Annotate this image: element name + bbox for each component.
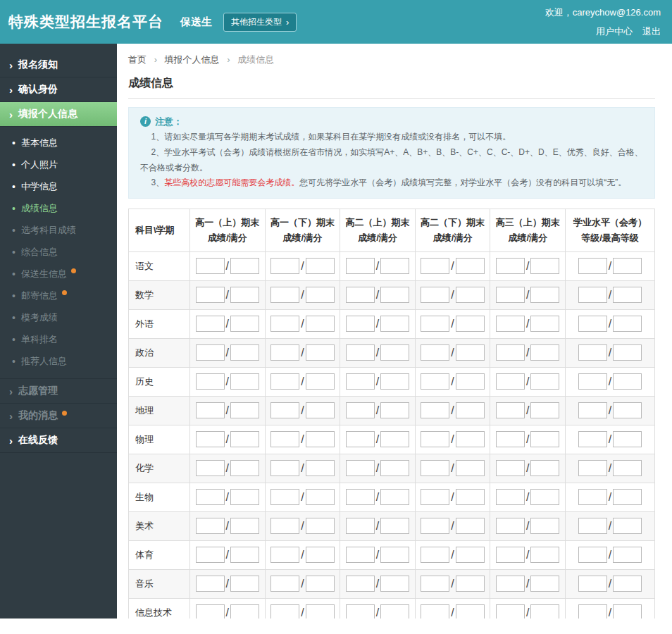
fullscore-input[interactable]	[230, 547, 259, 563]
fullscore-input[interactable]	[230, 431, 259, 447]
score-input[interactable]	[578, 604, 607, 619]
sidebar-item[interactable]: •基本信息	[0, 132, 117, 154]
score-input[interactable]	[496, 287, 525, 303]
score-input[interactable]	[421, 547, 449, 563]
score-input[interactable]	[346, 431, 375, 447]
breadcrumb-personal-info-link[interactable]: 填报个人信息	[165, 54, 220, 65]
sidebar-item[interactable]: •选考科目成绩	[0, 219, 117, 241]
score-input[interactable]	[346, 316, 375, 332]
score-input[interactable]	[270, 518, 299, 534]
sidebar-item[interactable]: •成绩信息	[0, 197, 117, 219]
score-input[interactable]	[421, 489, 449, 505]
score-input[interactable]	[196, 287, 225, 303]
fullscore-input[interactable]	[380, 316, 409, 332]
score-input[interactable]	[196, 402, 225, 418]
fullscore-input[interactable]	[380, 576, 409, 592]
score-input[interactable]	[196, 258, 225, 274]
score-input[interactable]	[578, 373, 607, 390]
fullscore-input[interactable]	[530, 547, 559, 563]
score-input[interactable]	[270, 373, 299, 390]
fullscore-input[interactable]	[613, 287, 642, 303]
fullscore-input[interactable]	[456, 518, 485, 534]
fullscore-input[interactable]	[306, 431, 335, 447]
score-input[interactable]	[196, 431, 225, 447]
fullscore-input[interactable]	[613, 489, 642, 505]
fullscore-input[interactable]	[380, 489, 409, 505]
fullscore-input[interactable]	[456, 316, 485, 332]
score-input[interactable]	[270, 344, 299, 361]
fullscore-input[interactable]	[456, 460, 485, 476]
score-input[interactable]	[578, 460, 607, 476]
score-input[interactable]	[496, 460, 525, 476]
fullscore-input[interactable]	[306, 287, 335, 303]
fullscore-input[interactable]	[530, 489, 559, 505]
breadcrumb-home-link[interactable]: 首页	[128, 54, 147, 65]
fullscore-input[interactable]	[530, 287, 559, 303]
sidebar-item[interactable]: ›填报个人信息	[0, 102, 117, 127]
score-input[interactable]	[270, 489, 299, 505]
fullscore-input[interactable]	[380, 460, 409, 476]
fullscore-input[interactable]	[380, 431, 409, 447]
fullscore-input[interactable]	[613, 258, 642, 274]
fullscore-input[interactable]	[306, 373, 335, 390]
fullscore-input[interactable]	[530, 402, 559, 418]
fullscore-input[interactable]	[306, 316, 335, 332]
score-input[interactable]	[578, 344, 607, 361]
fullscore-input[interactable]	[530, 604, 559, 619]
fullscore-input[interactable]	[613, 518, 642, 534]
sidebar-item[interactable]: •个人照片	[0, 154, 117, 175]
fullscore-input[interactable]	[530, 344, 559, 361]
score-input[interactable]	[346, 258, 375, 274]
fullscore-input[interactable]	[306, 460, 335, 476]
score-input[interactable]	[346, 460, 375, 476]
score-input[interactable]	[578, 518, 607, 534]
score-input[interactable]	[196, 576, 225, 592]
score-input[interactable]	[421, 258, 449, 274]
score-input[interactable]	[421, 460, 449, 476]
fullscore-input[interactable]	[230, 518, 259, 534]
score-input[interactable]	[346, 344, 375, 361]
score-input[interactable]	[496, 373, 525, 390]
score-input[interactable]	[421, 373, 449, 390]
score-input[interactable]	[578, 316, 607, 332]
score-input[interactable]	[496, 344, 525, 361]
fullscore-input[interactable]	[456, 604, 485, 619]
fullscore-input[interactable]	[456, 373, 485, 390]
score-input[interactable]	[270, 547, 299, 563]
score-input[interactable]	[496, 258, 525, 274]
fullscore-input[interactable]	[230, 576, 259, 592]
score-input[interactable]	[578, 402, 607, 418]
fullscore-input[interactable]	[230, 287, 259, 303]
sidebar-item[interactable]: ›确认身份	[0, 77, 117, 102]
fullscore-input[interactable]	[306, 489, 335, 505]
fullscore-input[interactable]	[380, 258, 409, 274]
score-input[interactable]	[270, 287, 299, 303]
sidebar-item[interactable]: •综合信息	[0, 241, 117, 263]
fullscore-input[interactable]	[613, 316, 642, 332]
fullscore-input[interactable]	[613, 460, 642, 476]
score-input[interactable]	[578, 489, 607, 505]
score-input[interactable]	[270, 258, 299, 274]
fullscore-input[interactable]	[230, 604, 259, 619]
fullscore-input[interactable]	[306, 518, 335, 534]
fullscore-input[interactable]	[380, 604, 409, 619]
score-input[interactable]	[496, 518, 525, 534]
score-input[interactable]	[496, 402, 525, 418]
sidebar-item[interactable]: •保送生信息	[0, 263, 117, 285]
score-input[interactable]	[270, 604, 299, 619]
fullscore-input[interactable]	[613, 373, 642, 390]
score-input[interactable]	[421, 316, 449, 332]
fullscore-input[interactable]	[380, 402, 409, 418]
sidebar-item[interactable]: •中学信息	[0, 175, 117, 197]
score-input[interactable]	[421, 431, 449, 447]
fullscore-input[interactable]	[380, 547, 409, 563]
score-input[interactable]	[196, 316, 225, 332]
fullscore-input[interactable]	[530, 518, 559, 534]
fullscore-input[interactable]	[530, 576, 559, 592]
score-input[interactable]	[421, 604, 449, 619]
score-input[interactable]	[346, 402, 375, 418]
fullscore-input[interactable]	[613, 547, 642, 563]
fullscore-input[interactable]	[530, 373, 559, 390]
fullscore-input[interactable]	[306, 258, 335, 274]
score-input[interactable]	[196, 518, 225, 534]
